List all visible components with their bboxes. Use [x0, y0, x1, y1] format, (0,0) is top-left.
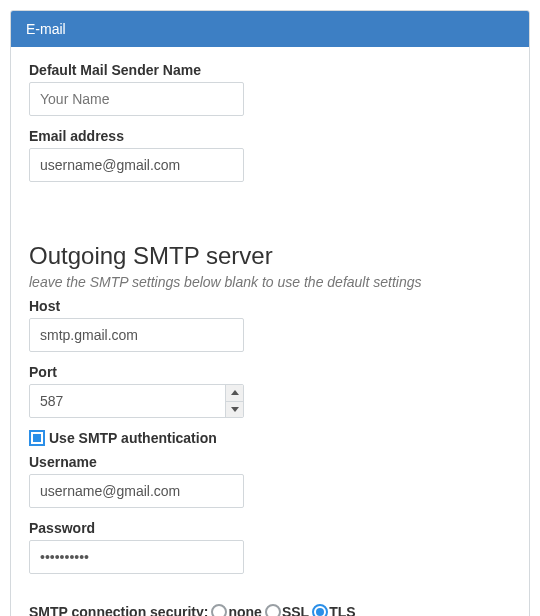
smtp-hint: leave the SMTP settings below blank to u… [29, 274, 511, 290]
sender-name-input[interactable] [29, 82, 244, 116]
chevron-up-icon [231, 390, 239, 395]
security-label: SMTP connection security: [29, 604, 208, 616]
username-label: Username [29, 454, 511, 470]
port-step-up[interactable] [226, 385, 243, 402]
email-address-label: Email address [29, 128, 511, 144]
panel-body: Default Mail Sender Name Email address O… [11, 47, 529, 616]
password-label: Password [29, 520, 511, 536]
port-group: Port [29, 364, 511, 418]
smtp-auth-checkbox[interactable] [29, 430, 45, 446]
email-address-group: Email address [29, 128, 511, 182]
email-address-input[interactable] [29, 148, 244, 182]
smtp-auth-label: Use SMTP authentication [49, 430, 217, 446]
sender-name-label: Default Mail Sender Name [29, 62, 511, 78]
port-label: Port [29, 364, 511, 380]
security-radio-ssl[interactable] [265, 604, 281, 616]
panel-header: E-mail [11, 11, 529, 47]
chevron-down-icon [231, 407, 239, 412]
smtp-auth-row: Use SMTP authentication [29, 430, 511, 446]
security-option-tls: TLS [329, 604, 355, 616]
port-spinner [225, 385, 243, 417]
username-group: Username [29, 454, 511, 508]
username-input[interactable] [29, 474, 244, 508]
host-input[interactable] [29, 318, 244, 352]
email-settings-panel: E-mail Default Mail Sender Name Email ad… [10, 10, 530, 616]
security-option-none: none [228, 604, 261, 616]
host-group: Host [29, 298, 511, 352]
port-input[interactable] [29, 384, 244, 418]
smtp-heading: Outgoing SMTP server [29, 242, 511, 270]
security-row: SMTP connection security: none SSL TLS [29, 604, 511, 616]
port-step-down[interactable] [226, 402, 243, 418]
security-option-ssl: SSL [282, 604, 309, 616]
password-input[interactable] [29, 540, 244, 574]
password-group: Password [29, 520, 511, 574]
security-radio-tls[interactable] [312, 604, 328, 616]
sender-name-group: Default Mail Sender Name [29, 62, 511, 116]
host-label: Host [29, 298, 511, 314]
security-radio-none[interactable] [211, 604, 227, 616]
panel-title: E-mail [26, 21, 66, 37]
